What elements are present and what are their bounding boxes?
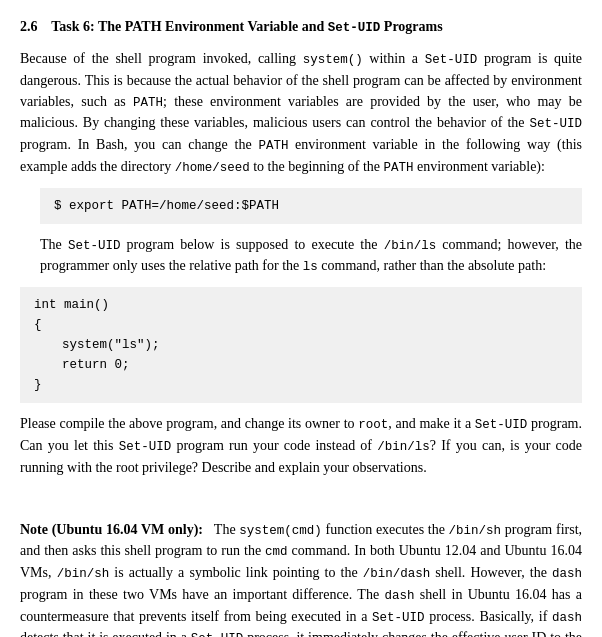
code-example: int main() { system("ls"); return 0; } (20, 287, 582, 403)
section-title: 2.6 Task 6: The PATH Environment Variabl… (20, 16, 582, 38)
note-label: Note (Ubuntu 16.04 VM only): (20, 522, 203, 537)
paragraph-1: Because of the shell program invoked, ca… (20, 48, 582, 178)
paragraph-3: Please compile the above program, and ch… (20, 413, 582, 478)
title-text: Task 6: The PATH Environment Variable an… (51, 19, 442, 34)
export-command: $ export PATH=/home/seed:$PATH (40, 188, 582, 224)
paragraph-2: The Set-UID program below is supposed to… (40, 234, 582, 278)
paragraph-spacer (20, 488, 582, 509)
note-paragraph-1: Note (Ubuntu 16.04 VM only): The system(… (20, 519, 582, 638)
